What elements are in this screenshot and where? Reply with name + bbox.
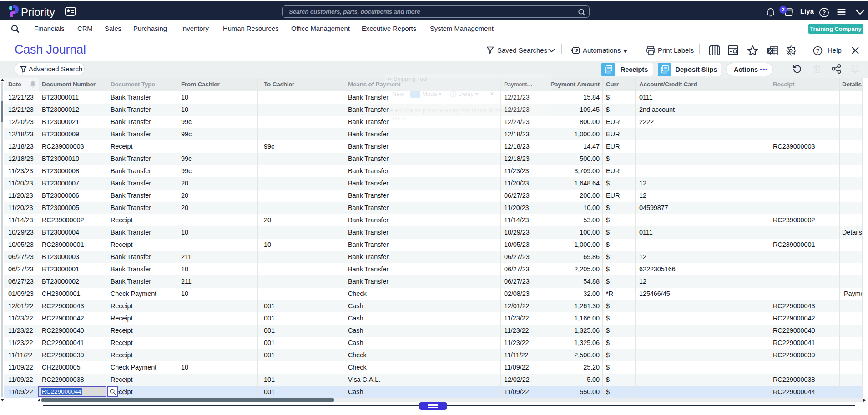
svg-text:X: X: [768, 48, 772, 54]
svg-text:?: ?: [823, 10, 826, 16]
svg-text:?: ?: [816, 48, 819, 54]
